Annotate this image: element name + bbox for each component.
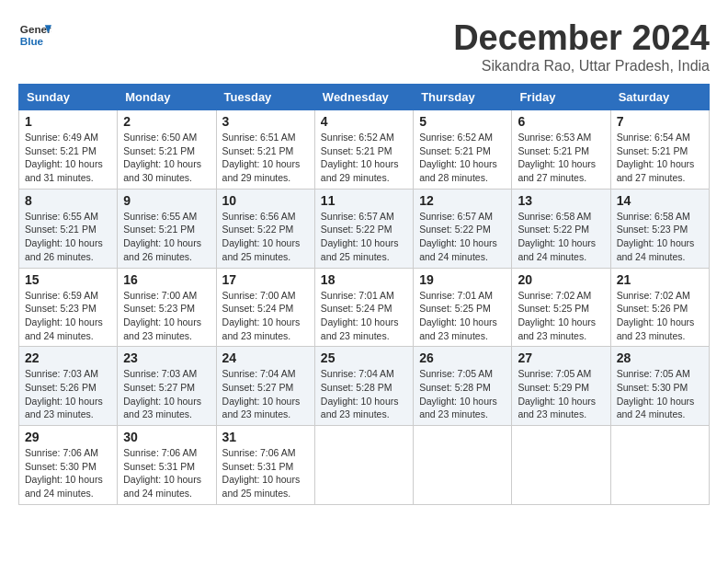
logo-icon: General Blue <box>18 18 51 52</box>
day-info: Sunrise: 6:52 AMSunset: 5:21 PMDaylight:… <box>419 131 506 185</box>
day-info: Sunrise: 6:55 AMSunset: 5:21 PMDaylight:… <box>25 210 111 264</box>
day-info: Sunrise: 7:03 AMSunset: 5:26 PMDaylight:… <box>25 367 111 421</box>
day-cell: 2 Sunrise: 6:50 AMSunset: 5:21 PMDayligh… <box>118 110 216 190</box>
day-cell: 9 Sunrise: 6:55 AMSunset: 5:21 PMDayligh… <box>118 189 216 268</box>
day-number: 10 <box>222 193 309 208</box>
day-info: Sunrise: 6:59 AMSunset: 5:23 PMDaylight:… <box>25 289 111 343</box>
day-info: Sunrise: 7:02 AMSunset: 5:26 PMDaylight:… <box>617 289 703 343</box>
header-tuesday: Tuesday <box>216 85 314 110</box>
day-cell: 23 Sunrise: 7:03 AMSunset: 5:27 PMDaylig… <box>118 347 216 426</box>
day-number: 7 <box>617 114 703 129</box>
day-number: 25 <box>321 350 407 365</box>
day-number: 29 <box>25 430 111 444</box>
day-number: 3 <box>222 114 309 129</box>
day-cell: 19 Sunrise: 7:01 AMSunset: 5:25 PMDaylig… <box>414 268 512 347</box>
day-number: 26 <box>419 350 506 365</box>
day-cell: 8 Sunrise: 6:55 AMSunset: 5:21 PMDayligh… <box>19 189 118 268</box>
day-info: Sunrise: 6:52 AMSunset: 5:21 PMDaylight:… <box>321 131 407 185</box>
day-number: 22 <box>25 350 111 365</box>
day-cell: 5 Sunrise: 6:52 AMSunset: 5:21 PMDayligh… <box>414 110 512 190</box>
header-sunday: Sunday <box>19 85 118 110</box>
day-number: 16 <box>123 272 210 287</box>
day-number: 2 <box>123 114 210 129</box>
day-info: Sunrise: 6:54 AMSunset: 5:21 PMDaylight:… <box>617 131 703 185</box>
day-cell: 16 Sunrise: 7:00 AMSunset: 5:23 PMDaylig… <box>118 268 216 347</box>
day-info: Sunrise: 7:03 AMSunset: 5:27 PMDaylight:… <box>123 367 210 421</box>
day-info: Sunrise: 6:49 AMSunset: 5:21 PMDaylight:… <box>25 131 111 185</box>
day-cell: 21 Sunrise: 7:02 AMSunset: 5:26 PMDaylig… <box>610 268 709 347</box>
month-title: December 2024 <box>453 18 710 58</box>
header-monday: Monday <box>118 85 216 110</box>
day-info: Sunrise: 7:00 AMSunset: 5:24 PMDaylight:… <box>222 289 309 343</box>
day-cell: 28 Sunrise: 7:05 AMSunset: 5:30 PMDaylig… <box>610 347 709 426</box>
title-block: December 2024 Sikandra Rao, Uttar Prades… <box>453 18 710 75</box>
week-row-2: 8 Sunrise: 6:55 AMSunset: 5:21 PMDayligh… <box>19 189 710 268</box>
day-number: 6 <box>518 114 604 129</box>
day-info: Sunrise: 7:05 AMSunset: 5:28 PMDaylight:… <box>419 367 506 421</box>
day-number: 24 <box>222 350 309 365</box>
day-number: 19 <box>419 272 506 287</box>
day-info: Sunrise: 6:58 AMSunset: 5:22 PMDaylight:… <box>518 210 604 264</box>
day-cell: 27 Sunrise: 7:05 AMSunset: 5:29 PMDaylig… <box>512 347 610 426</box>
day-cell <box>610 426 709 505</box>
day-cell: 6 Sunrise: 6:53 AMSunset: 5:21 PMDayligh… <box>512 110 610 190</box>
location-title: Sikandra Rao, Uttar Pradesh, India <box>453 58 710 75</box>
page-header: General Blue December 2024 Sikandra Rao,… <box>18 18 710 75</box>
header-wednesday: Wednesday <box>314 85 413 110</box>
day-cell <box>512 426 610 505</box>
header-row: Sunday Monday Tuesday Wednesday Thursday… <box>19 85 710 110</box>
day-cell: 22 Sunrise: 7:03 AMSunset: 5:26 PMDaylig… <box>19 347 118 426</box>
day-number: 9 <box>123 193 210 208</box>
day-info: Sunrise: 7:01 AMSunset: 5:25 PMDaylight:… <box>419 289 506 343</box>
day-number: 13 <box>518 193 604 208</box>
day-number: 20 <box>518 272 604 287</box>
day-info: Sunrise: 7:06 AMSunset: 5:31 PMDaylight:… <box>123 446 210 500</box>
day-cell: 31 Sunrise: 7:06 AMSunset: 5:31 PMDaylig… <box>216 426 314 505</box>
logo: General Blue <box>18 18 51 52</box>
day-cell: 13 Sunrise: 6:58 AMSunset: 5:22 PMDaylig… <box>512 189 610 268</box>
day-cell: 3 Sunrise: 6:51 AMSunset: 5:21 PMDayligh… <box>216 110 314 190</box>
header-saturday: Saturday <box>610 85 709 110</box>
day-info: Sunrise: 6:57 AMSunset: 5:22 PMDaylight:… <box>321 210 407 264</box>
day-info: Sunrise: 6:55 AMSunset: 5:21 PMDaylight:… <box>123 210 210 264</box>
day-info: Sunrise: 7:00 AMSunset: 5:23 PMDaylight:… <box>123 289 210 343</box>
calendar-table: Sunday Monday Tuesday Wednesday Thursday… <box>18 84 710 505</box>
day-cell: 10 Sunrise: 6:56 AMSunset: 5:22 PMDaylig… <box>216 189 314 268</box>
day-info: Sunrise: 6:57 AMSunset: 5:22 PMDaylight:… <box>419 210 506 264</box>
day-number: 21 <box>617 272 703 287</box>
day-info: Sunrise: 6:53 AMSunset: 5:21 PMDaylight:… <box>518 131 604 185</box>
day-cell: 7 Sunrise: 6:54 AMSunset: 5:21 PMDayligh… <box>610 110 709 190</box>
day-number: 1 <box>25 114 111 129</box>
day-cell: 18 Sunrise: 7:01 AMSunset: 5:24 PMDaylig… <box>314 268 413 347</box>
header-thursday: Thursday <box>414 85 512 110</box>
day-cell: 14 Sunrise: 6:58 AMSunset: 5:23 PMDaylig… <box>610 189 709 268</box>
day-cell: 30 Sunrise: 7:06 AMSunset: 5:31 PMDaylig… <box>118 426 216 505</box>
day-info: Sunrise: 7:06 AMSunset: 5:30 PMDaylight:… <box>25 446 111 500</box>
week-row-1: 1 Sunrise: 6:49 AMSunset: 5:21 PMDayligh… <box>19 110 710 190</box>
day-number: 30 <box>123 430 210 444</box>
day-cell: 15 Sunrise: 6:59 AMSunset: 5:23 PMDaylig… <box>19 268 118 347</box>
day-cell: 17 Sunrise: 7:00 AMSunset: 5:24 PMDaylig… <box>216 268 314 347</box>
day-cell: 26 Sunrise: 7:05 AMSunset: 5:28 PMDaylig… <box>414 347 512 426</box>
day-cell: 24 Sunrise: 7:04 AMSunset: 5:27 PMDaylig… <box>216 347 314 426</box>
day-info: Sunrise: 7:02 AMSunset: 5:25 PMDaylight:… <box>518 289 604 343</box>
day-number: 4 <box>321 114 407 129</box>
day-number: 27 <box>518 350 604 365</box>
day-cell <box>414 426 512 505</box>
day-number: 8 <box>25 193 111 208</box>
week-row-4: 22 Sunrise: 7:03 AMSunset: 5:26 PMDaylig… <box>19 347 710 426</box>
day-info: Sunrise: 7:05 AMSunset: 5:30 PMDaylight:… <box>617 367 703 421</box>
day-info: Sunrise: 7:06 AMSunset: 5:31 PMDaylight:… <box>222 446 309 500</box>
day-info: Sunrise: 7:01 AMSunset: 5:24 PMDaylight:… <box>321 289 407 343</box>
day-number: 5 <box>419 114 506 129</box>
day-info: Sunrise: 6:58 AMSunset: 5:23 PMDaylight:… <box>617 210 703 264</box>
week-row-5: 29 Sunrise: 7:06 AMSunset: 5:30 PMDaylig… <box>19 426 710 505</box>
day-number: 11 <box>321 193 407 208</box>
day-number: 23 <box>123 350 210 365</box>
day-cell: 11 Sunrise: 6:57 AMSunset: 5:22 PMDaylig… <box>314 189 413 268</box>
day-number: 14 <box>617 193 703 208</box>
day-cell: 12 Sunrise: 6:57 AMSunset: 5:22 PMDaylig… <box>414 189 512 268</box>
day-number: 12 <box>419 193 506 208</box>
day-info: Sunrise: 7:04 AMSunset: 5:28 PMDaylight:… <box>321 367 407 421</box>
week-row-3: 15 Sunrise: 6:59 AMSunset: 5:23 PMDaylig… <box>19 268 710 347</box>
